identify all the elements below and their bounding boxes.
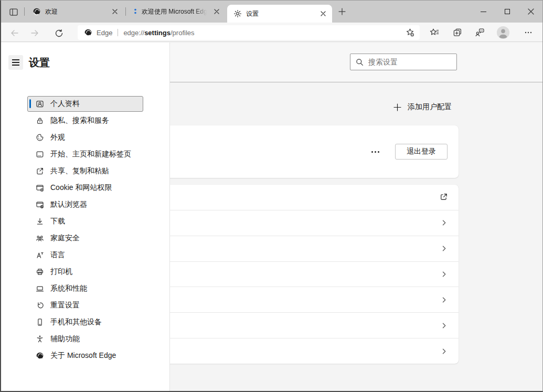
sidebar-item-family-safety[interactable]: 家庭安全 bbox=[27, 230, 143, 246]
chevron-right-icon bbox=[440, 219, 448, 227]
url-host: settings bbox=[144, 29, 171, 37]
tab-bar: 欢迎 欢迎使用 Microsoft Edge 设置 bbox=[1, 1, 542, 23]
sidebar-item-label: 默认浏览器 bbox=[50, 200, 87, 209]
sidebar-item-appearance[interactable]: 外观 bbox=[27, 130, 143, 145]
refresh-button[interactable] bbox=[52, 27, 65, 39]
sidebar-item-label: 开始、主页和新建标签页 bbox=[50, 150, 131, 159]
sidebar-item-share-copy-paste[interactable]: 共享、复制和粘贴 bbox=[27, 163, 143, 179]
chevron-right-icon bbox=[440, 245, 448, 252]
page-title: 设置 bbox=[29, 56, 50, 70]
tab-title: 欢迎 bbox=[45, 7, 107, 16]
favorites-button[interactable] bbox=[428, 26, 441, 39]
tab-welcome-to-edge[interactable]: 欢迎使用 Microsoft Edge bbox=[127, 1, 226, 23]
gear-icon bbox=[233, 9, 242, 18]
language-icon bbox=[36, 251, 44, 259]
close-window-button[interactable] bbox=[519, 1, 542, 23]
tab-actions-icon bbox=[9, 7, 18, 17]
tab-welcome[interactable]: 欢迎 bbox=[26, 1, 124, 23]
sidebar-item-system-performance[interactable]: 系统和性能 bbox=[27, 281, 143, 296]
tab-actions-menu-button[interactable] bbox=[7, 6, 20, 18]
sidebar-item-privacy[interactable]: 隐私、搜索和服务 bbox=[27, 113, 143, 129]
profile-badge-icon bbox=[36, 100, 44, 108]
start-page-icon bbox=[36, 150, 44, 158]
sidebar-item-downloads[interactable]: 下载 bbox=[27, 214, 143, 229]
chevron-right-icon bbox=[440, 296, 448, 304]
more-dots-icon bbox=[524, 28, 533, 37]
minimize-button[interactable] bbox=[472, 1, 495, 23]
url-scheme: edge:// bbox=[123, 29, 144, 37]
close-icon bbox=[321, 11, 326, 16]
tab-title: 欢迎使用 Microsoft Edge bbox=[142, 7, 209, 16]
sidebar-item-cookies-permissions[interactable]: Cookie 和网站权限 bbox=[27, 180, 143, 196]
browser-window: 欢迎 欢迎使用 Microsoft Edge 设置 bbox=[0, 0, 543, 392]
url-path: /profiles bbox=[171, 29, 195, 37]
back-button[interactable] bbox=[8, 27, 21, 39]
maximize-icon bbox=[505, 9, 510, 14]
sidebar-item-label: 隐私、搜索和服务 bbox=[50, 116, 109, 125]
profile-avatar-button[interactable] bbox=[496, 26, 510, 39]
favorites-star-icon bbox=[429, 27, 440, 38]
sidebar-item-label: 下载 bbox=[50, 217, 65, 226]
blue-dots-favicon-icon bbox=[133, 8, 137, 15]
new-tab-button[interactable] bbox=[336, 5, 348, 18]
sidebar-item-printers[interactable]: 打印机 bbox=[27, 264, 143, 280]
minimize-icon bbox=[481, 12, 486, 12]
plus-icon bbox=[338, 8, 346, 15]
sidebar-item-profiles[interactable]: 个人资料 bbox=[27, 96, 143, 112]
close-icon bbox=[214, 9, 219, 14]
sidebar-item-start-home-newtab[interactable]: 开始、主页和新建标签页 bbox=[27, 146, 143, 162]
site-permissions-icon bbox=[36, 184, 44, 192]
tab-close-button[interactable] bbox=[110, 7, 120, 16]
sidebar-item-label: 手机和其他设备 bbox=[50, 317, 102, 327]
chevron-right-icon bbox=[440, 270, 448, 278]
collections-button[interactable] bbox=[451, 26, 464, 39]
maximize-button[interactable] bbox=[495, 1, 519, 23]
menu-toggle-button[interactable] bbox=[8, 55, 23, 70]
sidebar-item-default-browser[interactable]: 默认浏览器 bbox=[27, 197, 143, 213]
edge-logo-icon bbox=[84, 28, 92, 37]
add-profile-button[interactable]: 添加用户配置 bbox=[393, 102, 452, 112]
drawer-header: 设置 bbox=[8, 55, 50, 70]
avatar-icon bbox=[496, 25, 510, 40]
sidebar-item-accessibility[interactable]: 辅助功能 bbox=[27, 331, 143, 347]
system-icon bbox=[36, 284, 44, 293]
add-profile-label: 添加用户配置 bbox=[408, 102, 452, 112]
profile-more-options-button[interactable] bbox=[368, 148, 382, 156]
family-icon bbox=[36, 234, 44, 242]
sidebar-item-label: 外观 bbox=[50, 133, 65, 142]
default-browser-icon bbox=[36, 200, 44, 209]
sidebar-item-reset-settings[interactable]: 重置设置 bbox=[27, 298, 143, 313]
hamburger-icon bbox=[12, 59, 19, 60]
address-bar[interactable]: Edge edge://settings/profiles bbox=[78, 25, 420, 40]
sidebar-item-label: 个人资料 bbox=[50, 99, 80, 109]
settings-nav-drawer: 设置 个人资料 隐私、搜索和服务 外观 开始、主页和新建标签页 bbox=[1, 43, 170, 391]
send-feedback-button[interactable] bbox=[473, 26, 487, 39]
window-controls bbox=[472, 1, 542, 23]
settings-search-box[interactable] bbox=[350, 54, 457, 70]
search-settings-input[interactable] bbox=[368, 58, 447, 66]
tab-close-button[interactable] bbox=[318, 9, 328, 18]
sidebar-item-phone-devices[interactable]: 手机和其他设备 bbox=[27, 314, 143, 330]
sidebar-item-about-edge[interactable]: 关于 Microsoft Edge bbox=[27, 348, 143, 364]
sidebar-item-label: 关于 Microsoft Edge bbox=[50, 351, 116, 361]
sidebar-item-label: 家庭安全 bbox=[50, 234, 80, 243]
edge-logo-icon bbox=[36, 352, 44, 360]
browser-menu-button[interactable] bbox=[521, 26, 535, 39]
forward-arrow-icon bbox=[30, 28, 39, 38]
settings-nav: 个人资料 隐私、搜索和服务 外观 开始、主页和新建标签页 共享、复制和粘贴 bbox=[27, 96, 143, 365]
tab-separator bbox=[24, 7, 25, 16]
download-icon bbox=[36, 217, 44, 226]
add-favorite-button[interactable] bbox=[404, 26, 417, 39]
forward-button[interactable] bbox=[28, 27, 41, 39]
sidebar-item-languages[interactable]: 语言 bbox=[27, 247, 143, 263]
tab-settings-active[interactable]: 设置 bbox=[227, 5, 332, 23]
tab-close-button[interactable] bbox=[212, 7, 221, 16]
open-external-icon bbox=[439, 193, 448, 202]
printer-icon bbox=[36, 268, 44, 276]
url-text: edge://settings/profiles bbox=[123, 29, 404, 37]
refresh-icon bbox=[55, 29, 63, 38]
sidebar-item-label: 语言 bbox=[50, 250, 65, 260]
sidebar-item-label: 重置设置 bbox=[50, 301, 80, 310]
sign-out-button[interactable]: 退出登录 bbox=[395, 144, 448, 160]
collections-icon bbox=[452, 27, 463, 38]
